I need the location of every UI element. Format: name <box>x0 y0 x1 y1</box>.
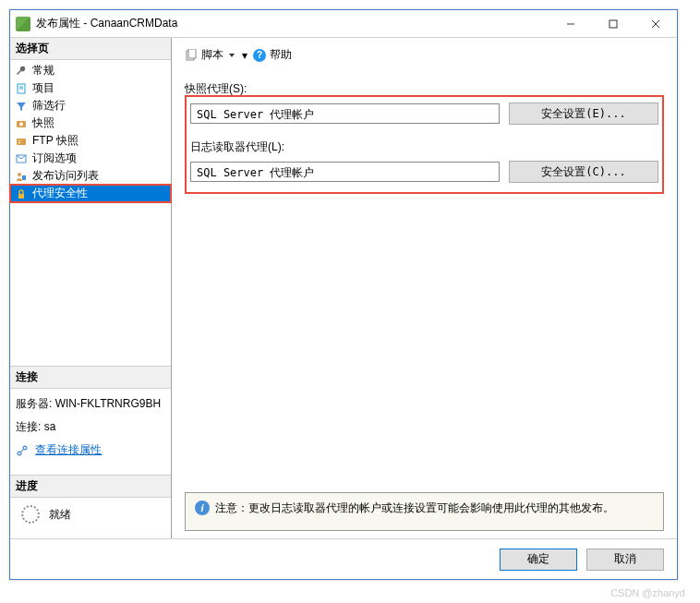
nav-item-access[interactable]: 发布访问列表 <box>10 167 171 185</box>
close-button[interactable] <box>634 10 677 38</box>
app-icon <box>16 17 30 31</box>
access-icon <box>14 169 29 184</box>
svg-point-15 <box>18 452 21 455</box>
svg-point-16 <box>23 446 27 450</box>
nav-item-general[interactable]: 常规 <box>10 62 171 79</box>
security-highlight-box: SQL Server 代理帐户 安全设置(E)... 日志读取器代理(L): S… <box>185 95 664 194</box>
cancel-button[interactable]: 取消 <box>586 549 664 571</box>
nav-label: 订阅选项 <box>32 151 77 166</box>
subscription-icon <box>14 151 29 166</box>
progress-header: 进度 <box>10 476 171 498</box>
nav-label: 快照 <box>32 115 54 131</box>
nav-list: 常规 项目 筛选行 快照 F <box>10 60 171 366</box>
progress-status: 就绪 <box>49 507 71 523</box>
connection-panel: 连接 服务器: WIN-FKLTRNRG9BH 连接: sa 查看连接属性 <box>10 366 171 475</box>
help-menu[interactable]: ? 帮助 <box>253 47 292 63</box>
maximize-button[interactable] <box>592 10 634 38</box>
nav-item-subscription[interactable]: 订阅选项 <box>10 150 171 167</box>
svg-text:F: F <box>18 139 21 145</box>
logreader-agent-label: 日志读取器代理(L): <box>190 139 658 155</box>
chevron-down-icon <box>227 51 236 60</box>
notice-box: i 注意：更改日志读取器代理的帐户或连接设置可能会影响使用此代理的其他发布。 <box>185 492 664 531</box>
nav-label: 代理安全性 <box>32 186 88 201</box>
svg-point-12 <box>18 173 21 176</box>
dialog-footer: 确定 取消 <box>10 538 677 579</box>
minimize-button[interactable] <box>549 10 592 38</box>
nav-item-ftp[interactable]: F FTP 快照 <box>10 132 171 150</box>
help-icon: ? <box>253 49 266 62</box>
connection-header: 连接 <box>10 367 171 389</box>
snapshot-agent-field: SQL Server 代理帐户 <box>190 103 500 124</box>
info-icon: i <box>195 500 210 515</box>
titlebar[interactable]: 发布属性 - CanaanCRMData <box>10 10 677 38</box>
nav-item-snapshot[interactable]: 快照 <box>10 115 171 132</box>
spinner-icon <box>21 505 40 524</box>
server-row: 服务器: WIN-FKLTRNRG9BH <box>16 396 165 412</box>
window-title: 发布属性 - CanaanCRMData <box>36 16 549 31</box>
view-connection-link[interactable]: 查看连接属性 <box>35 443 102 456</box>
svg-rect-19 <box>188 49 196 58</box>
svg-rect-14 <box>18 194 24 199</box>
script-icon <box>185 49 198 62</box>
nav-label: 发布访问列表 <box>32 168 99 184</box>
ok-button[interactable]: 确定 <box>500 549 577 571</box>
content-area: 脚本 ▾ ? 帮助 快照代理(S): SQL Server <box>172 38 677 538</box>
select-page-header: 选择页 <box>10 38 171 60</box>
nav-label: 项目 <box>32 80 54 96</box>
nav-item-filter[interactable]: 筛选行 <box>10 97 171 115</box>
lock-icon <box>14 187 29 201</box>
nav-item-security[interactable]: 代理安全性 <box>10 185 171 202</box>
svg-line-17 <box>21 449 24 452</box>
sidebar: 选择页 常规 项目 筛选行 <box>10 38 172 538</box>
nav-item-project[interactable]: 项目 <box>10 79 171 97</box>
progress-panel: 进度 就绪 <box>10 475 171 538</box>
svg-rect-1 <box>609 20 617 28</box>
conn-row: 连接: sa <box>16 419 165 435</box>
logreader-security-button[interactable]: 安全设置(C)... <box>509 161 658 183</box>
camera-icon <box>14 116 29 131</box>
nav-label: 筛选行 <box>32 98 66 114</box>
dialog-window: 发布属性 - CanaanCRMData 选择页 常规 项目 <box>9 9 678 580</box>
svg-point-8 <box>19 122 23 126</box>
snapshot-security-button[interactable]: 安全设置(E)... <box>509 103 658 125</box>
document-icon <box>14 81 29 96</box>
link-icon <box>16 444 29 457</box>
nav-label: FTP 快照 <box>32 133 78 149</box>
wrench-icon <box>14 64 29 78</box>
svg-rect-13 <box>22 175 26 180</box>
content-toolbar: 脚本 ▾ ? 帮助 <box>185 45 664 65</box>
watermark: CSDN @zhanyd <box>0 587 700 598</box>
logreader-agent-field: SQL Server 代理帐户 <box>190 162 500 182</box>
filter-icon <box>14 99 29 114</box>
script-menu[interactable]: 脚本 <box>185 47 236 63</box>
notice-text: 注意：更改日志读取器代理的帐户或连接设置可能会影响使用此代理的其他发布。 <box>215 500 614 516</box>
ftp-icon: F <box>14 134 29 149</box>
nav-label: 常规 <box>32 63 54 78</box>
